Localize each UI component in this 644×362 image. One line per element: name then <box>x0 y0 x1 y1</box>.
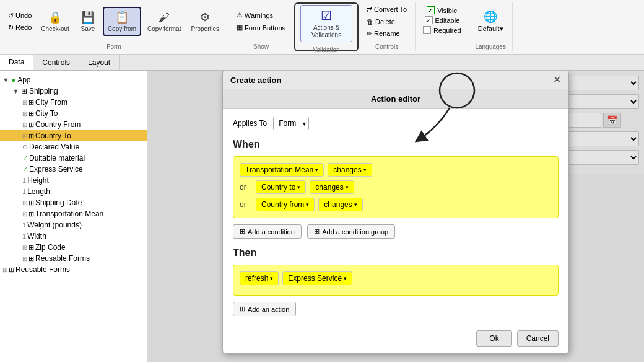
city-from-expand-icon: ⊞ <box>22 99 27 106</box>
add-condition-button[interactable]: ⊞ Add a condition <box>233 224 302 239</box>
width-icon: 1 <box>22 232 26 240</box>
height-icon: 1 <box>22 177 26 184</box>
add-condition-group-icon: ⊞ <box>314 227 320 236</box>
required-toggle[interactable]: Required <box>423 26 461 34</box>
add-condition-group-button[interactable]: ⊞ Add a condition group <box>307 224 395 239</box>
controls-group: ⇄ Convert To 🗑 Delete ✏ Rename Controls <box>359 2 416 51</box>
tab-controls[interactable]: Controls <box>33 55 79 70</box>
duitable-icon: ✓ <box>22 154 28 162</box>
sidebar-item-shipping[interactable]: ▼ ⊞ Shipping <box>0 86 147 97</box>
actions-icon: ☑ <box>321 8 332 23</box>
dialog-title: Create action <box>230 76 281 85</box>
rename-button[interactable]: ✏ Rename <box>363 29 410 39</box>
validation-group-label: Validation <box>300 45 352 53</box>
express-label: Express Service <box>29 165 83 174</box>
globe-icon: 🌐 <box>484 10 497 24</box>
warnings-button[interactable]: ⚠ Warnings <box>233 10 289 20</box>
sidebar-item-reusable-forms-child[interactable]: ⊞ ⊞ Reusable Forms <box>0 253 147 264</box>
condition-1-op[interactable]: changes ▾ <box>328 163 372 177</box>
condition-1-field[interactable]: Transportation Mean ▾ <box>240 163 324 177</box>
visible-checkbox[interactable]: ✓ <box>427 6 435 14</box>
controls-buttons: ⇄ Convert To 🗑 Delete ✏ Rename <box>363 4 410 42</box>
condition-3-op[interactable]: changes ▾ <box>318 198 362 211</box>
editable-checkbox[interactable]: ✓ <box>425 16 433 24</box>
form-buttons-button[interactable]: ▦ Form Buttons <box>233 22 289 33</box>
condition-2-field[interactable]: Country to ▾ <box>256 180 306 194</box>
sidebar-item-weight[interactable]: 1 Weight (pounds) <box>0 219 147 231</box>
city-to-icon: ⊞ <box>28 110 34 118</box>
sidebar-item-zip[interactable]: ⊞ ⊞ Zip Code <box>0 242 147 253</box>
sidebar-item-shipping-date[interactable]: ⊞ ⊞ Shipping Date <box>0 197 147 208</box>
sidebar-item-reusable-forms-root[interactable]: ⊞ ⊞ Reusable Forms <box>0 264 147 275</box>
shipping-expand-icon: ▼ <box>12 87 19 95</box>
cond-3-or-label: or <box>240 200 252 209</box>
convert-to-button[interactable]: ⇄ Convert To <box>363 4 410 15</box>
sidebar-item-length[interactable]: 1 Length <box>0 186 147 197</box>
form-group-label: Form <box>5 42 223 50</box>
delete-button[interactable]: 🗑 Delete <box>363 17 410 27</box>
cond-2-op-label: changes <box>315 183 343 192</box>
action-editor-header: Action editor <box>223 89 568 109</box>
sidebar-item-country-to[interactable]: ⊞ ⊞ Country To <box>0 130 147 141</box>
copy-format-label: Copy format <box>147 25 181 32</box>
app-expand-icon: ▼ <box>2 76 9 84</box>
cond-1-op-label: changes <box>333 166 361 174</box>
default-language-button[interactable]: 🌐 Default▾ <box>474 7 507 35</box>
then-action-pill[interactable]: refresh ▾ <box>240 272 279 285</box>
dialog-close-button[interactable]: ✕ <box>553 75 561 85</box>
sidebar-item-duitable[interactable]: ✓ Duitable material <box>0 152 147 164</box>
save-icon: 💾 <box>81 11 95 24</box>
sidebar-item-city-to[interactable]: ⊞ ⊞ City To <box>0 108 147 119</box>
sidebar-item-express[interactable]: ✓ Express Service <box>0 164 147 175</box>
then-section-title: Then <box>233 247 559 258</box>
country-from-icon: ⊞ <box>28 121 34 129</box>
sidebar-item-declared-value[interactable]: ⊙ Declared Value <box>0 141 147 152</box>
add-condition-row: ⊞ Add a condition ⊞ Add a condition grou… <box>233 224 559 239</box>
undo-label: Undo <box>15 12 32 19</box>
shipping-date-expand-icon: ⊞ <box>22 200 27 206</box>
undo-button[interactable]: ↺ Undo <box>5 11 35 21</box>
checkout-button[interactable]: 🔒 Check-out <box>37 8 73 35</box>
required-checkbox[interactable] <box>423 26 431 34</box>
visible-toggle[interactable]: ✓ Visible <box>427 6 457 14</box>
cond-3-op-arrow: ▾ <box>354 201 357 208</box>
actions-validations-group: ☑ Actions & Validations Validation <box>294 2 359 51</box>
copy-from-button[interactable]: 📋 Copy from <box>103 7 141 36</box>
applies-to-dropdown[interactable]: Form <box>273 117 309 130</box>
main-layout: ▼ ● App ▼ ⊞ Shipping ⊞ ⊞ City From ⊞ ⊞ C… <box>0 71 644 362</box>
duitable-label: Duitable material <box>29 154 85 162</box>
sidebar-item-app[interactable]: ▼ ● App <box>0 74 147 86</box>
condition-3-field[interactable]: Country from ▾ <box>256 198 315 211</box>
properties-button[interactable]: ⚙ Properties <box>187 8 223 35</box>
add-action-button[interactable]: ⊞ Add an action <box>233 302 296 316</box>
form-group: ↺ Undo ↻ Redo 🔒 Check-out 💾 Save 📋 Copy … <box>0 2 228 51</box>
country-from-expand-icon: ⊞ <box>22 121 27 128</box>
transport-label: Transportation Mean <box>35 210 103 218</box>
width-label: Width <box>27 232 46 241</box>
sidebar-item-city-from[interactable]: ⊞ ⊞ City From <box>0 97 147 108</box>
then-target-label: Express Service <box>288 274 342 283</box>
ver-group: ✓ Visible ✓ Editable Required - <box>416 2 469 51</box>
editable-toggle[interactable]: ✓ Editable <box>425 16 460 24</box>
sidebar-item-width[interactable]: 1 Width <box>0 231 147 242</box>
tab-layout[interactable]: Layout <box>79 55 120 70</box>
sidebar-item-transport[interactable]: ⊞ ⊞ Transportation Mean <box>0 208 147 219</box>
tab-data[interactable]: Data <box>0 55 33 70</box>
checkout-label: Check-out <box>41 25 69 32</box>
form-buttons-icon: ▦ <box>237 24 243 32</box>
dialog-content: Applies To Form When Transp <box>223 109 568 324</box>
ok-button[interactable]: Ok <box>476 330 511 347</box>
copy-format-button[interactable]: 🖌 Copy format <box>144 9 185 35</box>
city-from-icon: ⊞ <box>28 99 34 107</box>
cancel-button[interactable]: Cancel <box>517 330 559 347</box>
then-target-pill[interactable]: Express Service ▾ <box>282 272 352 285</box>
sidebar-item-height[interactable]: 1 Height <box>0 175 147 186</box>
show-group: ⚠ Warnings ▦ Form Buttons Show <box>228 2 294 51</box>
reusable-icon: ⊞ <box>28 255 34 263</box>
condition-2-op[interactable]: changes ▾ <box>310 180 354 194</box>
save-button[interactable]: 💾 Save <box>76 8 100 35</box>
shipping-date-label: Shipping Date <box>35 198 82 207</box>
actions-validations-button[interactable]: ☑ Actions & Validations <box>300 5 352 42</box>
sidebar-item-country-from[interactable]: ⊞ ⊞ Country From <box>0 119 147 130</box>
redo-button[interactable]: ↻ Redo <box>5 22 35 33</box>
